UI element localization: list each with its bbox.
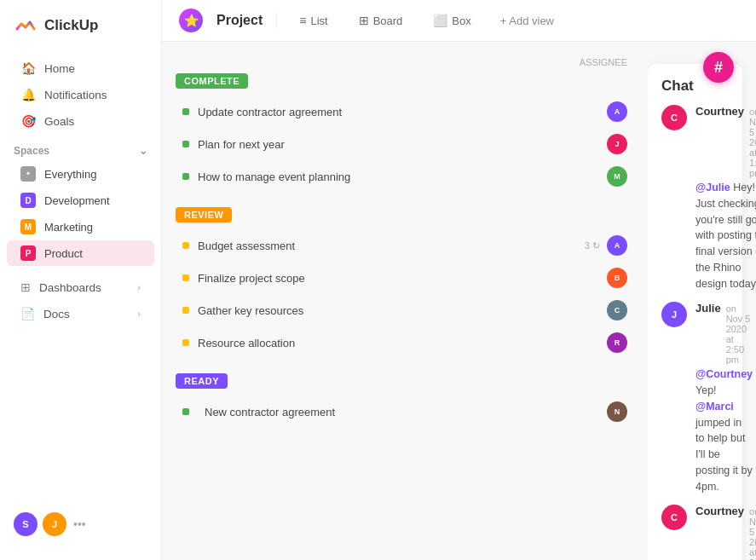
- task-meta: 3 ↻: [585, 240, 600, 251]
- chat-panel: # Chat C Courtney on Nov 5 2020 at 1:50 …: [648, 64, 742, 560]
- task-dot: [182, 173, 189, 180]
- project-title: Project: [216, 13, 263, 28]
- chat-sender-3: Courtney: [695, 505, 744, 517]
- assignee-label: ASSIGNEE: [580, 57, 627, 67]
- chevron-right-docs-icon: ›: [137, 309, 141, 319]
- project-header: ⭐ Project ≡ List ⊞ Board ⬜ Box + Add vie…: [162, 0, 756, 42]
- spaces-list: ✦ Everything D Development M Marketing P…: [0, 160, 161, 267]
- add-view-label: + Add view: [500, 14, 554, 27]
- task-list-panel: ASSIGNEE COMPLETE Update contractor agre…: [162, 42, 648, 560]
- assignee-avatar: M: [607, 166, 627, 187]
- everything-label: Everything: [44, 168, 96, 181]
- chat-avatar-julie: J: [661, 302, 687, 327]
- chat-text-2: @Courtney Yep! @Marci jumped in to help …: [695, 367, 753, 494]
- chat-message-2: J Julie on Nov 5 2020 at 2:50 pm @Courtn…: [661, 302, 729, 494]
- status-badge-review: REVIEW: [176, 207, 232, 222]
- marketing-label: Marketing: [44, 221, 93, 234]
- sidebar-nav-notifications-label: Notifications: [44, 89, 107, 101]
- board-icon: ⊞: [359, 14, 369, 27]
- content-area: ASSIGNEE COMPLETE Update contractor agre…: [162, 42, 756, 560]
- chat-message-3: C Courtney on Nov 5 2020 at 3:15 pm Fab!…: [661, 505, 729, 560]
- sidebar-nav: 🏠 Home 🔔 Notifications 🎯 Goals: [0, 55, 161, 135]
- chat-avatar-courtney2: C: [661, 505, 687, 530]
- tab-board[interactable]: ⊞ Board: [350, 10, 412, 31]
- tab-box-label: Box: [452, 14, 470, 27]
- task-name: Update contractor agreement: [198, 106, 607, 118]
- development-icon: D: [20, 193, 36, 208]
- assignee-header: ASSIGNEE: [176, 55, 634, 72]
- sidebar-item-product[interactable]: P Product: [7, 240, 154, 266]
- task-row[interactable]: Budget assessment 3 ↻ A: [176, 229, 634, 262]
- sidebar-item-goals[interactable]: 🎯 Goals: [7, 108, 154, 134]
- product-label: Product: [44, 247, 83, 260]
- task-group-ready: READY New contractor agreement N: [176, 372, 634, 428]
- task-group-review: REVIEW Budget assessment 3 ↻ A Finalize …: [176, 206, 634, 359]
- sidebar-item-development[interactable]: D Development: [7, 188, 154, 213]
- task-name: Resource allocation: [198, 337, 607, 349]
- logo-area[interactable]: ClickUp: [0, 14, 161, 55]
- sidebar-item-notifications[interactable]: 🔔 Notifications: [7, 82, 154, 107]
- tab-list[interactable]: ≡ List: [291, 10, 336, 31]
- task-row[interactable]: How to manage event planning M: [176, 160, 634, 193]
- project-icon: ⭐: [179, 9, 203, 32]
- chevron-down-icon[interactable]: ⌄: [139, 145, 147, 157]
- status-badge-ready: READY: [176, 373, 228, 389]
- more-dots-icon[interactable]: •••: [73, 517, 86, 531]
- sidebar-footer: S J •••: [0, 502, 161, 546]
- assignee-avatar: R: [607, 332, 627, 353]
- box-icon: ⬜: [433, 14, 447, 27]
- task-group-complete: COMPLETE Update contractor agreement A P…: [176, 72, 634, 193]
- chat-time-1: on Nov 5 2020 at 1:50 pm: [749, 107, 756, 178]
- user-avatar-j[interactable]: J: [43, 512, 66, 536]
- assignee-avatar: B: [607, 268, 627, 288]
- sidebar-bottom: ⊞ Dashboards › 📄 Docs ›: [0, 274, 161, 327]
- task-dot: [182, 307, 189, 314]
- spaces-section-title: Spaces ⌄: [0, 135, 161, 160]
- task-row[interactable]: Finalize project scope B: [176, 262, 634, 294]
- status-badge-complete: COMPLETE: [176, 73, 248, 89]
- task-name: Budget assessment: [198, 240, 585, 252]
- everything-icon: ✦: [20, 166, 36, 182]
- task-dot: [182, 242, 189, 249]
- chat-avatar-courtney: C: [661, 105, 687, 130]
- sidebar: ClickUp 🏠 Home 🔔 Notifications 🎯 Goals S…: [0, 0, 162, 560]
- assignee-avatar: A: [607, 235, 627, 256]
- sidebar-item-marketing[interactable]: M Marketing: [7, 214, 154, 240]
- sidebar-item-home[interactable]: 🏠 Home: [7, 55, 154, 81]
- chat-time-3: on Nov 5 2020 at 3:15 pm: [749, 506, 756, 560]
- right-panels: # Chat C Courtney on Nov 5 2020 at 1:50 …: [648, 42, 756, 560]
- task-name: New contractor agreement: [205, 406, 600, 419]
- tab-board-label: Board: [373, 14, 403, 27]
- tab-list-label: List: [310, 14, 327, 27]
- product-icon: P: [20, 245, 36, 261]
- user-avatar-s[interactable]: S: [14, 512, 38, 536]
- task-row[interactable]: Update contractor agreement A: [176, 95, 634, 128]
- chat-sender-1: Courtney: [695, 105, 744, 118]
- task-row[interactable]: Resource allocation R: [176, 326, 634, 359]
- assignee-avatar: J: [607, 134, 627, 154]
- hash-symbol: #: [714, 59, 723, 77]
- task-row[interactable]: New contractor agreement N: [176, 395, 634, 428]
- logo-text: ClickUp: [44, 17, 98, 34]
- task-dot: [182, 274, 189, 281]
- sidebar-item-everything[interactable]: ✦ Everything: [7, 161, 154, 187]
- task-row[interactable]: Gather key resources C: [176, 294, 634, 326]
- task-row[interactable]: Plan for next year J: [176, 128, 634, 160]
- tab-divider: [276, 13, 277, 28]
- sidebar-item-docs[interactable]: 📄 Docs ›: [7, 301, 154, 326]
- task-dot: [182, 108, 189, 115]
- sidebar-nav-goals-label: Goals: [44, 115, 74, 128]
- sidebar-item-dashboards[interactable]: ⊞ Dashboards ›: [7, 274, 154, 300]
- assignee-avatar: C: [607, 300, 627, 320]
- development-label: Development: [44, 194, 110, 207]
- assignee-avatar: A: [607, 101, 627, 122]
- chat-hash-badge: #: [703, 52, 734, 83]
- chat-sender-2: Julie: [695, 302, 721, 315]
- tab-box[interactable]: ⬜ Box: [424, 10, 479, 31]
- home-icon: 🏠: [20, 61, 36, 75]
- add-view-button[interactable]: + Add view: [493, 11, 561, 31]
- task-name: How to manage event planning: [198, 170, 607, 183]
- chat-text-1: @Julie Hey! Just checking if you're stil…: [695, 180, 756, 292]
- assignee-avatar: N: [607, 401, 627, 422]
- chat-time-2: on Nov 5 2020 at 2:50 pm: [726, 303, 753, 365]
